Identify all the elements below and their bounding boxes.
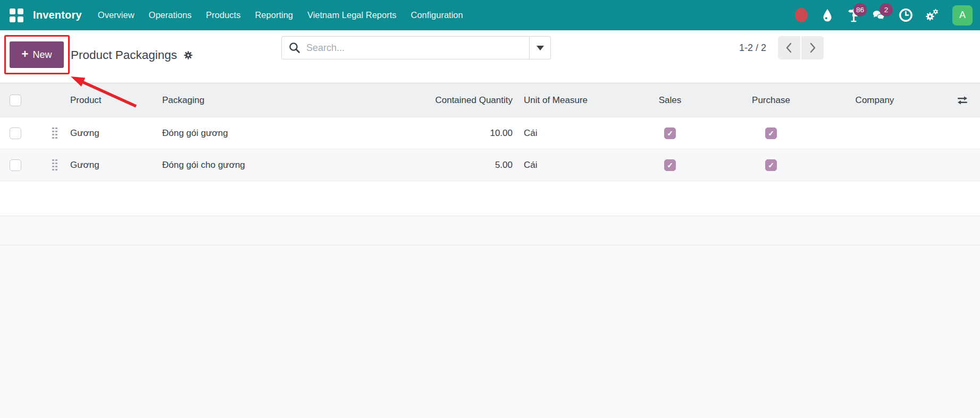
purchase-checkbox[interactable] [765, 127, 777, 139]
table-row[interactable]: Gương Đóng gói gương 10.00 Cái [0, 117, 980, 149]
menu-item-overview[interactable]: Overview [98, 10, 135, 20]
search-dropdown-toggle[interactable] [530, 36, 551, 59]
header-sales[interactable]: Sales [619, 95, 721, 106]
menu-item-products[interactable]: Products [206, 10, 240, 20]
sales-checkbox[interactable] [664, 159, 676, 171]
gears-icon [924, 8, 939, 22]
row-checkbox[interactable] [10, 127, 21, 139]
cell-packaging[interactable]: Đóng gói cho gương [162, 160, 383, 170]
optional-columns-button[interactable] [957, 95, 968, 106]
table-row[interactable]: Gương Đóng gói cho gương 5.00 Cái [0, 149, 980, 181]
search-input[interactable] [306, 42, 523, 54]
header-contained-quantity[interactable]: Contained Quantity [383, 95, 516, 106]
control-panel: + New Product Packagings [0, 30, 980, 83]
search-bar [281, 36, 551, 59]
cell-product[interactable]: Gương [65, 160, 162, 170]
list-footer-strip [0, 216, 980, 245]
menu-item-operations[interactable]: Operations [149, 10, 192, 20]
search-box [281, 36, 530, 59]
pager-next-button[interactable] [801, 36, 824, 59]
messages-button[interactable]: 2 [872, 7, 887, 23]
pager [778, 36, 824, 59]
chevron-right-icon [808, 42, 817, 54]
clock-icon [899, 8, 913, 22]
record-status-icon[interactable] [794, 7, 809, 23]
header-unit-of-measure[interactable]: Unit of Measure [516, 95, 619, 106]
header-product[interactable]: Product [65, 95, 162, 106]
empty-table-area [0, 181, 980, 216]
activities-signpost-button[interactable]: 86 [846, 7, 861, 23]
app-name[interactable]: Inventory [33, 9, 82, 21]
plus-icon: + [22, 48, 29, 60]
cell-product[interactable]: Gương [65, 128, 162, 139]
adjust-columns-icon [957, 95, 968, 106]
activities-clock-button[interactable] [898, 7, 913, 23]
droplet-button[interactable] [820, 7, 835, 23]
list-view: Product Packaging Contained Quantity Uni… [0, 83, 980, 418]
cell-contained-quantity[interactable]: 10.00 [383, 128, 516, 139]
drag-handle-icon[interactable] [52, 127, 65, 139]
header-purchase[interactable]: Purchase [721, 95, 822, 106]
chevron-left-icon [784, 42, 794, 54]
user-avatar[interactable]: A [952, 5, 973, 25]
cell-packaging[interactable]: Đóng gói gương [162, 128, 383, 139]
content-background [0, 245, 980, 418]
red-dot-icon [795, 8, 808, 22]
pager-previous-button[interactable] [778, 36, 800, 59]
new-button-label: New [32, 49, 52, 61]
menu-item-configuration[interactable]: Configuration [411, 10, 463, 20]
pager-range: 1-2 / 2 [739, 36, 766, 59]
settings-gears-button[interactable] [924, 7, 939, 23]
droplet-icon [821, 8, 834, 22]
breadcrumb: Product Packagings [71, 42, 194, 69]
header-company[interactable]: Company [822, 95, 928, 106]
list-header-row: Product Packaging Contained Quantity Uni… [0, 83, 980, 117]
gear-icon [183, 50, 194, 61]
header-packaging[interactable]: Packaging [162, 95, 383, 106]
systray: 86 2 [794, 5, 973, 25]
cell-unit-of-measure[interactable]: Cái [516, 128, 619, 139]
select-all-checkbox[interactable] [10, 95, 21, 106]
apps-grid-icon [10, 8, 23, 22]
page-title: Product Packagings [71, 48, 177, 62]
main-menu: Overview Operations Products Reporting V… [98, 10, 463, 20]
menu-item-vietnam-legal-reports[interactable]: Vietnam Legal Reports [307, 10, 397, 20]
actions-gear-button[interactable] [183, 50, 194, 61]
search-icon [288, 41, 301, 54]
chevron-down-icon [537, 46, 544, 50]
cell-contained-quantity[interactable]: 5.00 [383, 160, 516, 170]
row-checkbox[interactable] [10, 159, 21, 171]
drag-handle-icon[interactable] [52, 159, 65, 171]
menu-item-reporting[interactable]: Reporting [255, 10, 293, 20]
activities-badge: 86 [853, 3, 867, 16]
purchase-checkbox[interactable] [765, 159, 777, 171]
messages-badge: 2 [880, 3, 893, 16]
cell-unit-of-measure[interactable]: Cái [516, 160, 619, 170]
new-button[interactable]: + New [10, 41, 64, 68]
top-navbar: Inventory Overview Operations Products R… [0, 0, 980, 30]
apps-menu-button[interactable] [6, 5, 27, 25]
sales-checkbox[interactable] [664, 127, 676, 139]
